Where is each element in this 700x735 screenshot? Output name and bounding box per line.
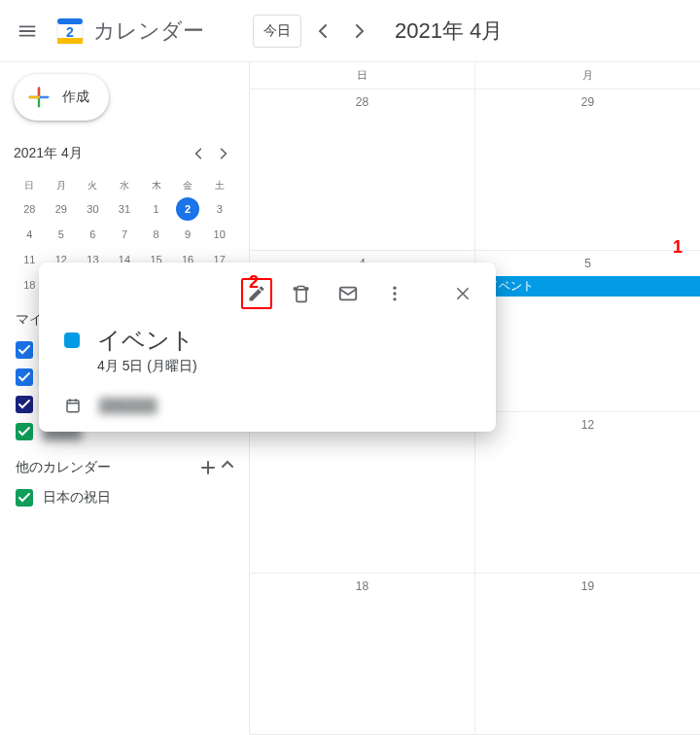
- event-date-label: 4月 5日 (月曜日): [97, 358, 197, 375]
- mini-day-cell[interactable]: 8: [145, 223, 168, 246]
- day-cell[interactable]: 29: [475, 89, 700, 250]
- app-header: 2 カレンダー 今日 2021年 4月: [0, 0, 700, 62]
- day-number: 19: [475, 579, 700, 593]
- mini-day-cell[interactable]: 4: [18, 223, 41, 246]
- svg-text:2: 2: [66, 24, 74, 40]
- close-popup-button[interactable]: [445, 276, 480, 311]
- day-number: 28: [250, 95, 474, 109]
- mini-day-cell[interactable]: 30: [81, 197, 104, 221]
- prev-period-button[interactable]: [307, 16, 338, 47]
- create-button[interactable]: 作成: [14, 74, 109, 121]
- mini-day-cell[interactable]: 5: [50, 223, 73, 246]
- calendar-checkbox[interactable]: [16, 489, 33, 507]
- day-number: 18: [250, 579, 474, 593]
- calendar-logo-icon: 2: [51, 12, 89, 51]
- mini-day-cell[interactable]: 29: [50, 197, 73, 221]
- calendar-name-label: 日本の祝日: [43, 489, 111, 507]
- mini-dow-label: 金: [172, 175, 204, 196]
- edit-event-button[interactable]: [241, 278, 272, 309]
- app-title: カレンダー: [93, 17, 204, 46]
- mini-dow-label: 月: [46, 175, 78, 196]
- other-calendars-header[interactable]: 他のカレンダー: [14, 451, 235, 484]
- calendar-list-item[interactable]: 日本の祝日: [14, 484, 235, 511]
- calendar-checkbox[interactable]: [16, 396, 33, 413]
- event-calendar-name: ██████: [99, 398, 158, 413]
- day-cell[interactable]: 12: [475, 412, 700, 573]
- svg-rect-9: [67, 401, 79, 412]
- next-period-button[interactable]: [344, 16, 375, 47]
- day-cell[interactable]: 5イベント: [475, 251, 700, 411]
- mini-dow-label: 水: [109, 175, 141, 196]
- create-button-label: 作成: [62, 88, 89, 106]
- mini-day-cell[interactable]: 1: [145, 197, 168, 221]
- day-cell[interactable]: 18: [250, 574, 475, 734]
- mini-calendar-header: 2021年 4月: [14, 142, 235, 165]
- calendar-icon: [64, 397, 82, 414]
- event-popup: 2 イベント 4月 5日 (月曜日) █: [39, 262, 496, 432]
- mini-day-cell[interactable]: 28: [18, 197, 41, 221]
- calendar-checkbox[interactable]: [16, 341, 33, 359]
- day-number: 29: [475, 95, 700, 109]
- weekday-header: 日: [250, 62, 475, 88]
- mini-day-cell[interactable]: 2: [176, 197, 199, 221]
- mini-day-cell[interactable]: 31: [113, 197, 136, 221]
- today-button[interactable]: 今日: [253, 15, 301, 48]
- svg-point-7: [393, 292, 396, 295]
- calendar-checkbox[interactable]: [16, 368, 33, 386]
- delete-event-button[interactable]: [284, 276, 319, 311]
- menu-icon[interactable]: [8, 12, 47, 51]
- day-cell[interactable]: 19: [475, 574, 700, 734]
- mini-dow-label: 火: [77, 175, 109, 196]
- mini-day-cell[interactable]: 3: [208, 197, 231, 221]
- event-chip[interactable]: イベント: [479, 276, 700, 297]
- event-title: イベント: [97, 325, 197, 356]
- mini-next-button[interactable]: [212, 142, 235, 165]
- mini-calendar-month-label: 2021年 4月: [14, 145, 83, 162]
- day-cell[interactable]: 28: [250, 89, 475, 250]
- mini-day-cell[interactable]: 11: [18, 248, 41, 271]
- weekday-header: 月: [475, 62, 700, 88]
- mini-dow-label: 日: [14, 175, 46, 196]
- mini-day-cell[interactable]: 18: [18, 273, 41, 297]
- mini-prev-button[interactable]: [187, 142, 210, 165]
- plus-icon: [25, 84, 52, 111]
- mini-day-cell[interactable]: 9: [176, 223, 199, 246]
- day-cell[interactable]: 11: [250, 412, 475, 573]
- add-calendar-icon[interactable]: [200, 460, 216, 475]
- day-number: 5: [475, 257, 700, 270]
- event-color-swatch: [64, 332, 80, 348]
- calendar-checkbox[interactable]: [16, 423, 33, 440]
- svg-point-6: [393, 287, 396, 290]
- other-calendars-label: 他のカレンダー: [16, 459, 111, 476]
- mini-day-cell[interactable]: 7: [113, 223, 136, 246]
- day-number: 12: [475, 418, 700, 432]
- mini-dow-label: 土: [203, 175, 235, 196]
- svg-point-8: [393, 298, 396, 300]
- mini-day-cell[interactable]: 6: [81, 223, 104, 246]
- email-event-button[interactable]: [331, 276, 366, 311]
- mini-day-cell[interactable]: 10: [208, 223, 231, 246]
- current-range-label: 2021年 4月: [395, 17, 503, 46]
- mini-dow-label: 木: [140, 175, 172, 196]
- chevron-up-icon: [222, 460, 233, 475]
- more-options-button[interactable]: [377, 276, 412, 311]
